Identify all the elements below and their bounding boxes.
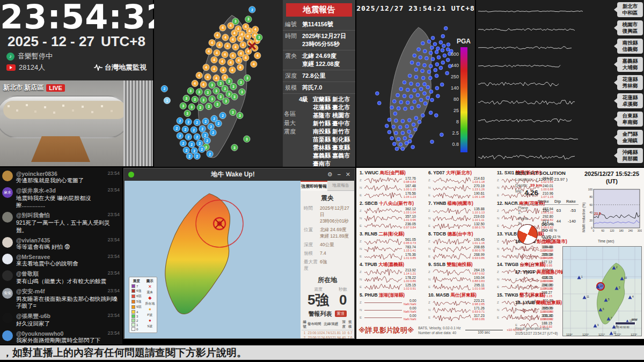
pga-station-dot: [426, 85, 430, 89]
wakeup-titlebar[interactable]: 地牛 Wake Up! ⚙ – ✕: [124, 168, 355, 180]
trace-values: 205.330.99 0.87: [540, 253, 552, 260]
fit-ratios: 1.00 0.93: [540, 318, 552, 321]
intensity-dot: 4: [206, 48, 212, 55]
chat-message[interactable]: @vivian7435等等還會有嗎 好怕 😨23:54: [0, 235, 122, 252]
chat-username[interactable]: @yoincker0836: [16, 171, 119, 177]
station-title: 3. RLNB 二林(彰化縣): [360, 231, 425, 238]
station-trace-row: N305.211.00 0.93: [515, 314, 561, 321]
pga-station-dot: [429, 64, 433, 68]
intensity-dot: 3: [222, 85, 228, 92]
bestfit-station: 5. PHUB 澎湖(澎湖縣)Z0.00NaN NaNN0.00NaN NaNE…: [360, 292, 425, 321]
component-label: N: [428, 186, 431, 189]
fit-ratios: 0.93 0.71: [472, 311, 485, 314]
field-value: 6強: [320, 259, 327, 272]
waveform-trace: [476, 148, 614, 166]
station-name-line2: 與那國: [617, 156, 643, 162]
minimize-icon[interactable]: –: [338, 171, 341, 178]
pga-station-dot: [402, 94, 406, 98]
chat-message[interactable]: 泉水@坂井泉水-e3d地震時我在大便 嚇的屁股都沒擦..............…: [0, 185, 122, 210]
legend-icon-item: ●P波: [145, 307, 155, 317]
svg-text:2: 2: [187, 120, 189, 124]
pga-station-dot: [416, 62, 420, 66]
fit-ratios: 1.01 1.16: [472, 242, 485, 245]
chat-username[interactable]: @張果豐-u6b: [16, 313, 119, 320]
pga-station-dot: [436, 94, 440, 98]
svg-text:240: 240: [628, 229, 633, 232]
pga-station-dot: [411, 145, 415, 149]
pga-station-dot: [402, 80, 406, 84]
clock-panel: 23:54:32 2025 - 12 - 27 UTC+8 ♪ 音樂暫停中 28…: [0, 0, 153, 80]
intensity-dot: 4: [237, 64, 244, 70]
alert-row[interactable]: 223:06:1124.63/121.94407.6: [302, 335, 353, 338]
chat-username[interactable]: @MrSeravee: [16, 254, 119, 260]
svg-text:3: 3: [219, 82, 222, 85]
plane-col-header: Dip: [552, 198, 564, 205]
chat-message[interactable]: @曾敬順要有山鳴（能量大）才有較大的餘震23:54: [0, 268, 122, 286]
component-trace: [364, 276, 402, 283]
chat-panel[interactable]: @yoincker0836旁邊那塊就是我的心電圖了23:54泉水@坂井泉水-e3…: [0, 167, 122, 344]
tab-report[interactable]: 地震報告: [327, 181, 354, 191]
chat-username[interactable]: @坂井泉水-e3d: [16, 187, 119, 195]
report-field-value: 北緯 24.69度 東經 122.08度: [302, 52, 340, 68]
legend-intensity-item: 5強: [131, 299, 141, 304]
intensity-dot: 3: [232, 18, 239, 25]
chat-message[interactable]: @別叫我會怕921死了一萬一千人，五十萬人受到災難。23:54: [0, 210, 122, 234]
svg-text:4: 4: [253, 62, 255, 66]
pga-station-dot: [439, 41, 443, 45]
svg-text:4: 4: [218, 43, 221, 47]
trace-values: 190.611.06 1.08: [472, 192, 485, 198]
station-name-line2: 卑南鄉: [617, 119, 643, 125]
chat-username[interactable]: @別叫我會怕: [16, 212, 119, 219]
chat-message[interactable]: @0youknowwho0我家外面路燈剛剛震時全部閃了下23:54: [0, 328, 122, 344]
intensity-dot: 2: [210, 129, 216, 136]
svg-text:120: 120: [610, 229, 614, 232]
webcam-panel: 新北市 新店區 LIVE: [0, 80, 153, 166]
alert-cell: 23:06:10: [308, 330, 321, 335]
chat-message[interactable]: @yoincker0836旁邊那塊就是我的心電圖了23:54: [0, 168, 122, 185]
fit-ratios: 1.03 1.18: [472, 181, 485, 184]
svg-text:20: 20: [589, 219, 592, 222]
intensity-dot: 3: [217, 80, 224, 86]
intensity-dot: 4: [222, 51, 228, 57]
tab-eew[interactable]: 強震即時警報: [301, 181, 327, 191]
chat-username[interactable]: @曾敬順: [16, 270, 119, 278]
component-trace: [364, 208, 402, 215]
pga-tick-label: 140: [444, 85, 459, 91]
chat-message[interactable]: 安安@安安-m4f男友睡著在後面動來動去那心都快跳到嗓子眼了=23:54: [0, 286, 122, 311]
chat-username[interactable]: @0youknowwho0: [16, 330, 119, 337]
intensity-dot: 3: [231, 144, 238, 151]
intensity-dot: 3: [237, 112, 243, 119]
wakeup-field: 時間2025年12月27日 23時06分01秒: [301, 204, 354, 226]
alert-pin-button[interactable]: 置頂: [335, 311, 347, 317]
svg-text:4: 4: [242, 43, 244, 47]
intensity-dot: 3: [217, 93, 224, 100]
chat-text: 旁邊那塊就是我的心電圖了: [16, 177, 119, 184]
chat-message[interactable]: @MrSeravee來去看地震中心的說明會23:54: [0, 252, 122, 268]
clock-timezone: UTC+8: [101, 33, 145, 50]
chat-username[interactable]: @vivian7435: [16, 237, 119, 243]
chat-username[interactable]: @安安-m4f: [16, 288, 119, 295]
intensity-dot: 2: [215, 120, 222, 127]
pga-station-dot: [403, 136, 407, 140]
component-label: N: [497, 217, 500, 220]
trace-values: 193.451.01 1.16: [472, 238, 485, 245]
close-icon[interactable]: ✕: [346, 171, 350, 178]
pga-station-dot: [387, 118, 391, 122]
chat-message[interactable]: @張果豐-u6b好久沒回家了23:54: [0, 311, 122, 328]
station-name-line1: 南投縣: [617, 40, 643, 46]
intensity-dot: 4: [222, 34, 229, 41]
pga-station-dot: [404, 107, 407, 110]
svg-text:4: 4: [222, 26, 224, 29]
legend-intensity-item: 4: [131, 310, 141, 314]
pga-station-dot: [429, 90, 433, 93]
see-video-note: ※詳見影片說明※: [358, 326, 414, 335]
svg-text:4: 4: [198, 73, 200, 77]
settings-gear-icon[interactable]: ⚙: [327, 171, 333, 178]
pga-station-dot: [413, 128, 417, 131]
report-field-label: 震央: [285, 52, 300, 68]
pga-station-dot: [421, 76, 425, 80]
pga-station-dot: [412, 123, 415, 127]
station-name-line2: 卓溪鄉: [617, 101, 643, 107]
pga-station-dot: [399, 143, 402, 146]
alert-row[interactable]: 123:06:1024.74/121.81106.7: [302, 330, 353, 335]
